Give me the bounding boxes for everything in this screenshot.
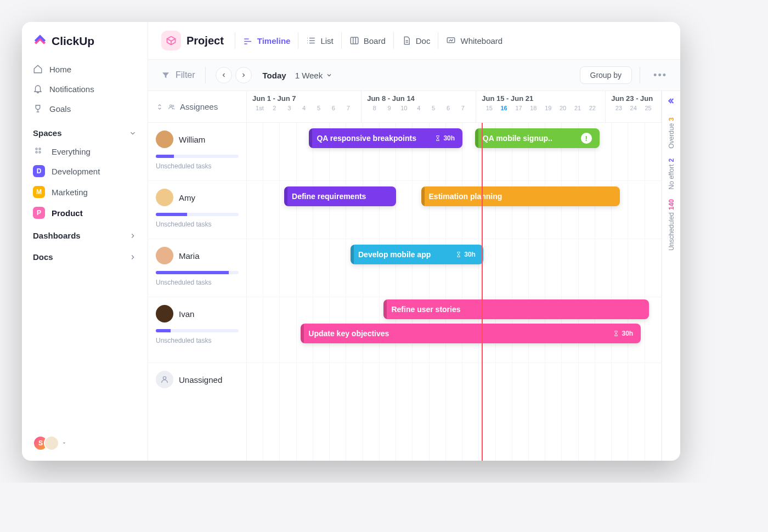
space-badge: D	[33, 165, 45, 177]
week-label: Jun 8 - Jun 14	[367, 94, 470, 103]
task-bar[interactable]: Refine user stories	[383, 299, 649, 319]
people-icon	[168, 103, 176, 111]
unassigned-label: Unassigned	[179, 375, 222, 384]
assignee-row[interactable]: AmyUnscheduled tasks	[148, 181, 246, 239]
day-cell: 5	[426, 105, 441, 111]
week-group: Jun 23 - Jun232425	[606, 91, 662, 122]
dashboards-label: Dashboards	[33, 231, 81, 240]
task-bar[interactable]: Develop mobile app30h	[351, 245, 483, 264]
sort-icon	[156, 103, 163, 111]
view-tab-doc[interactable]: Doc	[393, 32, 438, 49]
view-tab-board[interactable]: Board	[341, 32, 393, 49]
task-label: Estimation planning	[429, 192, 502, 201]
filter-button[interactable]: Filter	[161, 70, 195, 80]
task-label: QA mobile signup..	[483, 134, 552, 143]
nav-notifications[interactable]: Notifications	[26, 79, 143, 99]
timeline-lanes: QA responsive breakpoints30hQA mobile si…	[247, 123, 662, 363]
collapse-rail-button[interactable]	[667, 97, 676, 107]
noeffort-label: No effort	[668, 164, 675, 189]
user-avatar-2[interactable]	[44, 435, 59, 451]
divider	[205, 67, 206, 83]
task-label: Develop mobile app	[358, 250, 431, 259]
sidebar-footer: S	[22, 426, 148, 461]
task-label: Update key objectives	[308, 329, 389, 338]
timeline-lane: QA responsive breakpoints30hQA mobile si…	[247, 123, 662, 181]
task-bar[interactable]: Estimation planning	[421, 186, 620, 206]
avatar	[156, 189, 173, 206]
unscheduled-link[interactable]: Unscheduled tasks	[156, 337, 239, 344]
timeline-lane: Define requirementsEstimation planning	[247, 181, 662, 239]
date-header: Jun 1 - Jun 71st234567Jun 8 - Jun 148910…	[247, 91, 662, 123]
week-label: Jun 1 - Jun 7	[252, 94, 355, 103]
view-tab-whiteboard[interactable]: Whiteboard	[438, 32, 510, 49]
home-icon	[33, 64, 43, 74]
everything-icon	[33, 146, 45, 156]
timeline-grid[interactable]: Jun 1 - Jun 71st234567Jun 8 - Jun 148910…	[247, 91, 662, 461]
dashboards-header[interactable]: Dashboards	[22, 223, 148, 245]
prev-button[interactable]	[216, 67, 232, 83]
rail-stat-noeffort[interactable]: No effort 2	[668, 159, 675, 190]
whiteboard-icon	[446, 36, 456, 46]
sidebar-space-development[interactable]: DDevelopment	[22, 161, 148, 182]
nav-home-label: Home	[49, 65, 71, 74]
nav-home[interactable]: Home	[26, 59, 143, 79]
sidebar-space-product[interactable]: PProduct	[22, 202, 148, 223]
view-tab-list[interactable]: List	[298, 32, 341, 49]
views-list: TimelineListBoardDocWhiteboard	[235, 32, 510, 49]
nav-notifications-label: Notifications	[49, 84, 94, 94]
space-label: Marketing	[52, 188, 88, 197]
space-icon-chip[interactable]	[161, 31, 181, 50]
sidebar-item-everything[interactable]: Everything	[22, 142, 148, 161]
spaces-header[interactable]: Spaces	[22, 121, 148, 142]
assignees-header[interactable]: Assignees	[148, 91, 246, 123]
week-group: Jun 1 - Jun 71st234567	[247, 91, 362, 122]
day-cell: 15	[482, 105, 496, 111]
day-cell: 19	[541, 105, 556, 111]
nav-goals-label: Goals	[49, 104, 71, 114]
spaces-header-label: Spaces	[33, 128, 62, 138]
day-cell: 18	[526, 105, 541, 111]
nav-goals[interactable]: Goals	[26, 99, 143, 118]
assignee-row[interactable]: MariaUnscheduled tasks	[148, 239, 246, 297]
rail-stat-unscheduled[interactable]: Unscheduled 140	[668, 199, 675, 251]
rail-stat-overdue[interactable]: Overdue 3	[668, 117, 675, 149]
assignee-row[interactable]: WilliamUnscheduled tasks	[148, 123, 246, 181]
today-indicator	[482, 123, 483, 461]
groupby-button[interactable]: Group by	[580, 66, 633, 84]
unscheduled-link[interactable]: Unscheduled tasks	[156, 220, 239, 228]
day-cell: 6	[441, 105, 456, 111]
unscheduled-link[interactable]: Unscheduled tasks	[156, 279, 239, 286]
task-bar[interactable]: QA responsive breakpoints30h	[309, 128, 462, 148]
assignee-row-unassigned[interactable]: Unassigned	[148, 363, 246, 394]
day-cell: 7	[455, 105, 470, 111]
workload-bar	[156, 329, 239, 332]
task-bar[interactable]: Define requirements	[284, 186, 396, 206]
view-tab-timeline[interactable]: Timeline	[235, 32, 298, 49]
unscheduled-link[interactable]: Unscheduled tasks	[156, 162, 239, 170]
today-button[interactable]: Today	[263, 71, 286, 80]
space-title: Project	[187, 35, 224, 47]
hourglass-icon	[434, 135, 441, 142]
task-label: Refine user stories	[391, 305, 460, 314]
timeline-lane: Develop mobile app30h	[247, 239, 662, 297]
task-bar[interactable]: Update key objectives30h	[301, 324, 641, 343]
task-bar[interactable]: QA mobile signup..!	[475, 128, 600, 148]
week-label: Jun 23 - Jun	[611, 94, 656, 103]
week-group: Jun 15 - Jun 211516171819202122	[476, 91, 606, 122]
assignee-row[interactable]: IvanUnscheduled tasks	[148, 297, 246, 363]
unscheduled-count: 140	[668, 199, 675, 210]
list-icon	[306, 36, 316, 46]
app-logo[interactable]: ClickUp	[22, 22, 148, 57]
caret-down-icon[interactable]	[61, 440, 67, 446]
docs-header[interactable]: Docs	[22, 245, 148, 266]
range-select[interactable]: 1 Week	[295, 71, 333, 80]
next-button[interactable]	[235, 67, 252, 83]
more-button[interactable]: •••	[653, 70, 667, 81]
timeline-lane: Refine user storiesUpdate key objectives…	[247, 297, 662, 363]
assignee-name: Maria	[179, 251, 200, 261]
svg-point-3	[39, 151, 41, 153]
sidebar-space-marketing[interactable]: MMarketing	[22, 182, 148, 202]
assignee-rows: WilliamUnscheduled tasksAmyUnscheduled t…	[148, 123, 246, 363]
timeline-icon	[243, 36, 253, 46]
main-panel: Project TimelineListBoardDocWhiteboard F…	[148, 22, 680, 461]
